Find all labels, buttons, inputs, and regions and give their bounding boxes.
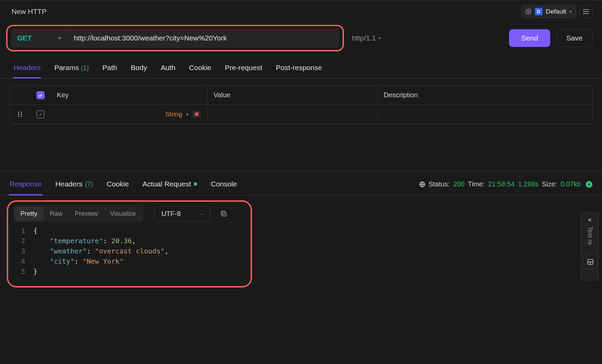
- protocol-value: http/1.1: [352, 34, 376, 42]
- drag-handle-icon[interactable]: [10, 107, 30, 121]
- environment-selector[interactable]: D Default ▾: [521, 5, 576, 18]
- resp-tab-cookie[interactable]: Cookie: [106, 178, 129, 195]
- save-button[interactable]: Save: [556, 29, 592, 47]
- chevron-down-icon: ⌄: [200, 211, 203, 216]
- headers-count: (7): [85, 180, 93, 188]
- tab-prerequest[interactable]: Pre-request: [224, 60, 263, 78]
- download-icon[interactable]: [586, 181, 592, 188]
- chevron-down-icon: ▾: [570, 9, 572, 14]
- response-stats: Status: 200 Time: 21:58:54 1.288s Size: …: [419, 180, 592, 193]
- gear-icon: [525, 9, 532, 15]
- copy-icon[interactable]: [220, 210, 227, 217]
- required-icon: ✱: [192, 111, 201, 118]
- collapse-icon[interactable]: «: [588, 216, 591, 223]
- topbar: New HTTP D Default ▾: [0, 0, 602, 21]
- checkbox-row[interactable]: [36, 110, 45, 118]
- time-clock: 21:58:54: [488, 180, 515, 188]
- response-code-area[interactable]: 1{ 2 "temperature": 20.36, 3 "weather": …: [13, 226, 246, 277]
- environment-badge: D: [535, 8, 542, 15]
- view-tab-pretty[interactable]: Pretty: [14, 206, 44, 221]
- svg-point-4: [18, 112, 19, 113]
- col-value: Value: [207, 87, 378, 103]
- response-body-highlight: Pretty Raw Preview Visualize UTF-8 ⌄ 1{ …: [7, 200, 252, 287]
- svg-point-6: [18, 114, 19, 115]
- table-row[interactable]: String ▾ ✱: [10, 105, 592, 124]
- resp-tab-headers[interactable]: Headers (7): [55, 178, 94, 195]
- globe-icon: [419, 181, 425, 187]
- url-input[interactable]: [67, 28, 339, 48]
- url-box-highlight: GET ▾: [6, 25, 344, 51]
- status-code: 200: [453, 180, 464, 188]
- svg-point-5: [21, 112, 22, 113]
- send-button[interactable]: Send: [509, 29, 550, 47]
- layout-button[interactable]: [583, 254, 598, 269]
- col-key: Key: [51, 87, 207, 103]
- tab-headers[interactable]: Headers: [13, 60, 41, 78]
- protocol-select[interactable]: http/1.1 ▾: [352, 34, 381, 42]
- chevron-down-icon: ▾: [379, 36, 381, 40]
- request-row: GET ▾ http/1.1 ▾ Send Save: [0, 21, 602, 57]
- resp-tab-response[interactable]: Response: [9, 178, 43, 195]
- params-count: (1): [81, 64, 89, 71]
- page-title: New HTTP: [12, 7, 47, 16]
- view-tab-raw[interactable]: Raw: [44, 206, 69, 221]
- resp-tab-actual[interactable]: Actual Request: [142, 178, 198, 195]
- view-tabs: Pretty Raw Preview Visualize UTF-8 ⌄: [13, 205, 246, 222]
- environment-label: Default: [546, 8, 566, 15]
- chevron-down-icon: ▾: [59, 36, 61, 40]
- svg-point-9: [21, 116, 22, 117]
- http-method-value: GET: [17, 34, 32, 42]
- side-panel[interactable]: « Test re: [581, 212, 599, 280]
- response-tabs: Response Headers (7) Cookie Actual Reque…: [0, 171, 602, 196]
- svg-point-0: [528, 11, 529, 13]
- encoding-select[interactable]: UTF-8 ⌄: [154, 206, 210, 221]
- svg-point-7: [21, 114, 22, 115]
- tab-path[interactable]: Path: [102, 60, 118, 78]
- headers-table: Key Value Description String ▾ ✱: [10, 85, 592, 124]
- time-duration: 1.288s: [518, 180, 538, 188]
- checkbox-all[interactable]: [36, 91, 45, 99]
- response-size: 0.07kb: [560, 180, 581, 188]
- side-panel-label: Test re: [586, 227, 593, 245]
- tab-auth[interactable]: Auth: [160, 60, 176, 78]
- tab-body[interactable]: Body: [130, 60, 148, 78]
- resp-tab-console[interactable]: Console: [210, 178, 238, 195]
- col-description: Description: [378, 87, 592, 103]
- chevron-down-icon: ▾: [186, 112, 188, 117]
- response-section: Response Headers (7) Cookie Actual Reque…: [0, 171, 602, 287]
- layout-icon: [587, 259, 594, 265]
- tab-params[interactable]: Params (1): [53, 60, 89, 78]
- type-select[interactable]: String ▾ ✱: [165, 111, 201, 118]
- dot-icon: [194, 182, 197, 186]
- view-tab-visualize[interactable]: Visualize: [104, 206, 142, 221]
- menu-button[interactable]: [580, 5, 592, 18]
- request-tabs: Headers Params (1) Path Body Auth Cookie…: [0, 57, 602, 79]
- tab-postresponse[interactable]: Post-response: [275, 60, 322, 78]
- table-header-row: Key Value Description: [10, 86, 592, 105]
- svg-point-8: [18, 116, 19, 117]
- http-method-select[interactable]: GET ▾: [11, 28, 67, 48]
- view-tab-preview[interactable]: Preview: [69, 206, 104, 221]
- tab-cookie[interactable]: Cookie: [188, 60, 212, 78]
